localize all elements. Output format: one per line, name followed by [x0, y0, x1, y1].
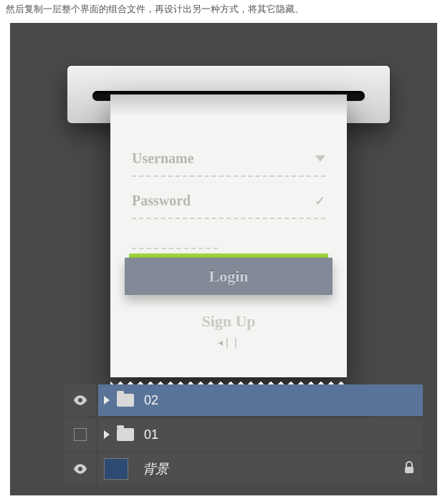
chevron-down-icon [315, 155, 325, 162]
visibility-off-icon [74, 428, 87, 441]
folder-icon [117, 428, 134, 441]
layer-row[interactable]: 01 [64, 419, 423, 450]
expand-arrow-icon[interactable] [104, 396, 110, 404]
visibility-toggle[interactable] [64, 453, 96, 485]
instruction-text: 然后复制一层整个界面的组合文件，再设计出另一种方式，将其它隐藏。 [0, 0, 440, 23]
layer-name: 01 [144, 427, 416, 442]
paper-zigzag-edge [110, 377, 347, 384]
password-label: Password [132, 193, 191, 209]
svg-point-1 [78, 467, 82, 471]
layer-thumbnail [104, 458, 128, 480]
login-button-label: Login [209, 267, 248, 286]
layer-body[interactable]: 01 [98, 419, 423, 450]
username-field[interactable]: Username [132, 145, 325, 177]
short-dash-line [132, 248, 218, 249]
password-field[interactable]: Password ✓ [132, 187, 325, 219]
layer-row[interactable]: 02 [64, 384, 423, 416]
visibility-toggle[interactable] [64, 384, 96, 416]
layer-name: 02 [144, 393, 416, 408]
lock-icon[interactable] [403, 460, 416, 478]
layer-row[interactable]: 背景 [64, 453, 423, 485]
svg-point-0 [78, 398, 82, 402]
design-canvas: Username Password ✓ Login Sign Up ◂❘❘ [10, 23, 437, 495]
check-icon: ✓ [315, 193, 325, 209]
layer-body[interactable]: 背景 [98, 453, 423, 485]
eye-icon [73, 395, 87, 405]
layer-body[interactable]: 02 [98, 384, 423, 416]
layer-name: 背景 [143, 460, 403, 478]
login-button[interactable]: Login [125, 258, 333, 295]
sound-icon: ◂❘❘ [132, 336, 325, 348]
visibility-toggle[interactable] [64, 419, 96, 450]
svg-rect-2 [405, 467, 413, 473]
expand-arrow-icon[interactable] [104, 430, 110, 439]
layers-panel: 02 01 背景 [64, 384, 423, 485]
folder-icon [117, 394, 134, 407]
login-receipt-paper: Username Password ✓ Login Sign Up ◂❘❘ [110, 94, 347, 377]
signup-link[interactable]: Sign Up [132, 312, 325, 331]
login-button-wrap: Login [125, 253, 333, 296]
username-label: Username [132, 150, 194, 167]
eye-icon [73, 464, 87, 474]
